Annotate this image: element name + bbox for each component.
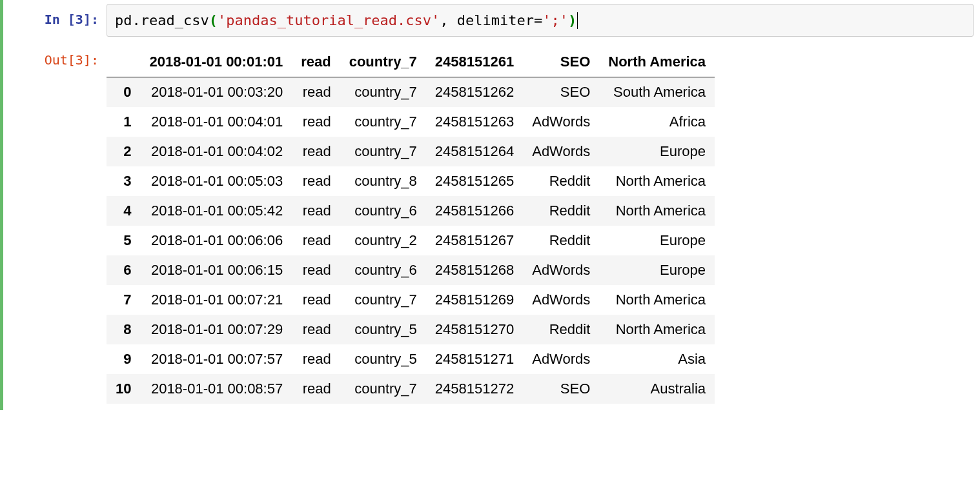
column-header: country_7 <box>340 47 426 77</box>
table-cell: read <box>292 226 340 255</box>
table-cell: AdWords <box>523 255 599 285</box>
table-cell: 2018-01-01 00:03:20 <box>140 77 292 108</box>
table-cell: 2018-01-01 00:07:57 <box>140 344 292 374</box>
table-cell: Australia <box>599 374 715 404</box>
table-cell: Reddit <box>523 315 599 344</box>
in-prompt-text: In [3]: <box>45 12 99 27</box>
in-prefix: In [ <box>45 12 76 27</box>
table-cell: North America <box>599 166 715 196</box>
table-cell: 2018-01-01 00:08:57 <box>140 374 292 404</box>
table-cell: country_7 <box>340 77 426 108</box>
out-suffix: ]: <box>83 52 99 68</box>
table-cell: AdWords <box>523 137 599 166</box>
column-header: North America <box>599 47 715 77</box>
table-cell: 2458151268 <box>426 255 523 285</box>
table-cell: 2458151271 <box>426 344 523 374</box>
column-header: 2458151261 <box>426 47 523 77</box>
dataframe-table: 2018-01-01 00:01:01readcountry_724581512… <box>107 47 715 404</box>
row-index: 3 <box>107 166 140 196</box>
table-cell: country_5 <box>340 315 426 344</box>
table-row: 82018-01-01 00:07:29readcountry_52458151… <box>107 315 715 344</box>
code-string-1: 'pandas_tutorial_read.csv' <box>218 10 440 31</box>
table-cell: Europe <box>599 255 715 285</box>
text-cursor-icon <box>577 12 578 29</box>
table-cell: 2458151266 <box>426 196 523 226</box>
table-cell: 2018-01-01 00:07:29 <box>140 315 292 344</box>
column-header: SEO <box>523 47 599 77</box>
code-input[interactable]: pd.read_csv('pandas_tutorial_read.csv', … <box>107 4 974 37</box>
in-prompt: In [3]: <box>3 4 107 28</box>
table-cell: read <box>292 137 340 166</box>
row-index: 10 <box>107 374 140 404</box>
close-paren: ) <box>568 10 577 31</box>
table-cell: read <box>292 77 340 108</box>
table-row: 102018-01-01 00:08:57readcountry_7245815… <box>107 374 715 404</box>
table-cell: Reddit <box>523 196 599 226</box>
table-cell: 2458151269 <box>426 285 523 315</box>
table-cell: country_2 <box>340 226 426 255</box>
table-cell: 2018-01-01 00:06:06 <box>140 226 292 255</box>
table-cell: read <box>292 374 340 404</box>
row-index: 1 <box>107 107 140 137</box>
row-index: 6 <box>107 255 140 285</box>
table-cell: North America <box>599 315 715 344</box>
row-index: 4 <box>107 196 140 226</box>
header-row: 2018-01-01 00:01:01readcountry_724581512… <box>107 47 715 77</box>
table-cell: read <box>292 285 340 315</box>
table-cell: Africa <box>599 107 715 137</box>
index-header <box>107 47 140 77</box>
in-count: 3 <box>76 12 83 27</box>
table-cell: Europe <box>599 137 715 166</box>
table-cell: 2018-01-01 00:05:03 <box>140 166 292 196</box>
table-cell: AdWords <box>523 285 599 315</box>
table-row: 32018-01-01 00:05:03readcountry_82458151… <box>107 166 715 196</box>
row-index: 8 <box>107 315 140 344</box>
table-row: 72018-01-01 00:07:21readcountry_72458151… <box>107 285 715 315</box>
table-row: 92018-01-01 00:07:57readcountry_52458151… <box>107 344 715 374</box>
table-cell: read <box>292 196 340 226</box>
table-row: 22018-01-01 00:04:02readcountry_72458151… <box>107 137 715 166</box>
row-index: 0 <box>107 77 140 108</box>
table-cell: country_6 <box>340 255 426 285</box>
table-cell: Europe <box>599 226 715 255</box>
row-index: 7 <box>107 285 140 315</box>
table-cell: read <box>292 107 340 137</box>
input-row: In [3]: pd.read_csv('pandas_tutorial_rea… <box>3 4 974 37</box>
table-cell: read <box>292 315 340 344</box>
open-paren: ( <box>209 10 218 31</box>
table-cell: 2458151272 <box>426 374 523 404</box>
table-cell: read <box>292 166 340 196</box>
table-row: 42018-01-01 00:05:42readcountry_62458151… <box>107 196 715 226</box>
table-cell: SEO <box>523 77 599 108</box>
table-cell: 2458151267 <box>426 226 523 255</box>
table-cell: country_5 <box>340 344 426 374</box>
table-row: 02018-01-01 00:03:20readcountry_72458151… <box>107 77 715 108</box>
table-cell: 2018-01-01 00:05:42 <box>140 196 292 226</box>
output-row: Out[3]: 2018-01-01 00:01:01readcountry_7… <box>3 45 974 404</box>
table-row: 52018-01-01 00:06:06readcountry_22458151… <box>107 226 715 255</box>
table-cell: 2018-01-01 00:04:02 <box>140 137 292 166</box>
table-cell: country_7 <box>340 137 426 166</box>
table-cell: country_6 <box>340 196 426 226</box>
notebook-cell: In [3]: pd.read_csv('pandas_tutorial_rea… <box>0 0 980 410</box>
row-index: 9 <box>107 344 140 374</box>
table-cell: country_7 <box>340 285 426 315</box>
table-cell: SEO <box>523 374 599 404</box>
row-index: 2 <box>107 137 140 166</box>
table-cell: 2458151264 <box>426 137 523 166</box>
table-cell: read <box>292 255 340 285</box>
table-head: 2018-01-01 00:01:01readcountry_724581512… <box>107 47 715 77</box>
code-mid: , delimiter= <box>440 10 542 31</box>
table-cell: country_8 <box>340 166 426 196</box>
table-cell: 2018-01-01 00:06:15 <box>140 255 292 285</box>
out-prefix: Out[ <box>45 52 76 68</box>
out-prompt: Out[3]: <box>3 45 107 69</box>
table-row: 62018-01-01 00:06:15readcountry_62458151… <box>107 255 715 285</box>
out-count: 3 <box>76 52 83 68</box>
column-header: read <box>292 47 340 77</box>
code-string-2: ';' <box>542 10 568 31</box>
table-cell: 2458151263 <box>426 107 523 137</box>
table-cell: country_7 <box>340 107 426 137</box>
table-body: 02018-01-01 00:03:20readcountry_72458151… <box>107 77 715 404</box>
table-cell: South America <box>599 77 715 108</box>
